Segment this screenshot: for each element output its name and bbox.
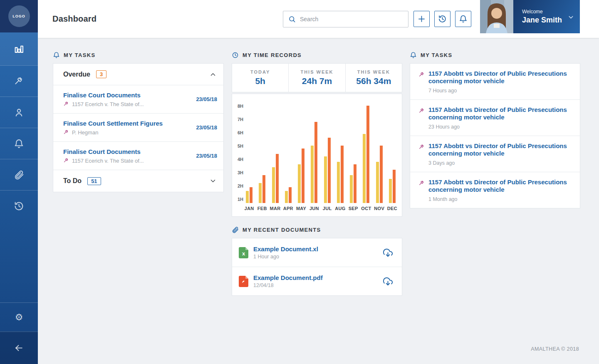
document-row[interactable]: Example Document.pdf 12/04/18	[232, 267, 402, 295]
task-notification-row[interactable]: 1157 Abobtt vs Director of Public Presec…	[410, 64, 580, 99]
recent-documents-section-header: MY RECENT DOCUMENTS	[232, 226, 402, 233]
doc-info: Example Document.xl 1 Hour ago	[253, 245, 318, 260]
rtask-body: 1157 Abobtt vs Director of Public Presec…	[428, 106, 572, 130]
task-case: 1157 Ecerich v. The State of...	[63, 158, 196, 164]
series-yellow-bar	[246, 191, 249, 203]
task-title[interactable]: 1157 Abobtt vs Director of Public Presec…	[428, 106, 572, 121]
download-button[interactable]	[383, 248, 393, 258]
user-icon	[14, 107, 24, 118]
series-yellow-bar	[285, 191, 288, 203]
y-tick-label: 4H	[232, 157, 243, 162]
stat-value: 24h 7m	[302, 76, 332, 86]
task-case: P. Hegman	[63, 129, 196, 136]
bell-icon	[459, 15, 468, 23]
stat-label: THIS WEEK	[357, 69, 390, 74]
todo-label: To Do	[63, 177, 82, 185]
task-notification-row[interactable]: 1157 Abobtt vs Director of Public Presec…	[410, 172, 580, 208]
bar-group-nov: NOV	[376, 94, 383, 203]
task-title[interactable]: 1157 Abobtt vs Director of Public Presec…	[428, 178, 572, 193]
sidebar-item-documents[interactable]	[0, 159, 38, 190]
document-meta: 1 Hour ago	[253, 254, 318, 260]
todo-accordion-header[interactable]: To Do 51	[53, 170, 223, 192]
series-yellow-bar	[363, 134, 366, 203]
task-title[interactable]: Finalise Court Documents	[63, 148, 196, 155]
chevron-down-icon[interactable]	[209, 177, 217, 185]
pdf-file-icon	[239, 276, 248, 287]
gavel-icon	[63, 158, 69, 163]
document-row[interactable]: x Example Document.xl 1 Hour ago	[232, 238, 402, 267]
x-tick-label: MAR	[270, 206, 281, 211]
rtask-body: 1157 Abobtt vs Director of Public Presec…	[428, 70, 572, 94]
y-tick-label: 8H	[232, 104, 243, 109]
history-icon	[438, 15, 447, 23]
section-title: MY TASKS	[421, 52, 452, 58]
main-area: Dashboard	[38, 0, 599, 364]
overdue-accordion-header[interactable]: Overdue 3	[53, 64, 223, 85]
task-notification-row[interactable]: 1157 Abobtt vs Director of Public Presec…	[410, 99, 580, 136]
gavel-icon	[63, 101, 69, 107]
sidebar-item-settings[interactable]: ⚙	[0, 302, 38, 332]
task-title[interactable]: 1157 Abobtt vs Director of Public Presec…	[428, 142, 572, 157]
series-orange-bar	[302, 149, 304, 203]
bar-group-jan: JAN	[246, 94, 252, 203]
bar-group-jun: JUN	[311, 94, 317, 203]
task-title[interactable]: 1157 Abobtt vs Director of Public Presec…	[428, 70, 572, 85]
my-tasks-column: MY TASKS Overdue 3 Finalise Court Docume…	[53, 51, 224, 296]
task-row[interactable]: Finalise Court Documents 1157 Ecerich v.…	[53, 141, 223, 170]
time-records-column: MY TIME RECORDS TODAY 5h THIS WEEK 24h 7…	[232, 51, 402, 296]
task-title[interactable]: Finalise Court Settlement Figures	[63, 120, 196, 127]
recent-documents-panel: x Example Document.xl 1 Hour ago	[232, 238, 402, 296]
x-tick-label: JAN	[245, 206, 254, 211]
bar-chart-icon	[14, 44, 24, 54]
task-title[interactable]: Finalise Court Documents	[63, 92, 196, 99]
arrow-left-icon	[14, 343, 24, 353]
task-row[interactable]: Finalise Court Settlement Figures P. Heg…	[53, 113, 223, 141]
task-timestamp: 3 Days ago	[428, 160, 572, 166]
bell-icon	[53, 52, 60, 59]
rtask-body: 1157 Abobtt vs Director of Public Presec…	[428, 142, 572, 166]
my-tasks-right-panel: 1157 Abobtt vs Director of Public Presec…	[410, 63, 580, 208]
download-button[interactable]	[383, 277, 393, 286]
series-yellow-bar	[324, 156, 327, 203]
time-records-chart: 1H2H3H4H5H6H7H8H JANFEBMARAPRMAYJUNJULAU…	[232, 94, 402, 217]
document-name[interactable]: Example Document.xl	[253, 245, 318, 253]
x-tick-label: DEC	[387, 206, 397, 211]
gear-icon: ⚙	[15, 313, 23, 322]
notifications-button[interactable]	[455, 11, 471, 27]
history-button[interactable]	[434, 11, 450, 27]
sidebar-collapse-button[interactable]	[0, 332, 38, 364]
series-orange-bar	[276, 154, 279, 203]
document-name[interactable]: Example Document.pdf	[253, 274, 323, 281]
sidebar-item-cases[interactable]	[0, 65, 38, 97]
task-timestamp: 23 Hours ago	[428, 124, 572, 130]
page-title: Dashboard	[52, 14, 97, 24]
add-button[interactable]	[413, 11, 430, 27]
gavel-icon	[418, 180, 425, 186]
gavel-icon	[63, 129, 69, 135]
stat-label: TODAY	[250, 69, 270, 74]
sidebar-item-dashboard[interactable]	[0, 32, 38, 65]
search-input[interactable]	[300, 16, 403, 22]
welcome-box[interactable]: Welcome Jane Smith	[513, 0, 580, 33]
series-yellow-bar	[337, 162, 340, 203]
stat-today: TODAY 5h	[232, 64, 288, 92]
series-yellow-bar	[272, 167, 275, 203]
series-orange-bar	[262, 175, 265, 203]
sidebar-item-contacts[interactable]	[0, 97, 38, 128]
task-case: 1157 Ecerich v. The State of...	[63, 101, 196, 107]
bell-icon	[410, 52, 417, 59]
gavel-icon	[418, 108, 425, 114]
user-menu[interactable]: Welcome Jane Smith	[480, 0, 580, 33]
y-tick-label: 3H	[232, 170, 243, 175]
series-orange-bar	[354, 164, 356, 203]
series-orange-bar	[366, 106, 369, 203]
task-timestamp: 7 Hours ago	[428, 88, 572, 94]
task-row[interactable]: Finalise Court Documents 1157 Ecerich v.…	[53, 85, 223, 113]
task-notification-row[interactable]: 1157 Abobtt vs Director of Public Presec…	[410, 136, 580, 172]
chevron-up-icon[interactable]	[209, 71, 217, 78]
document-meta: 12/04/18	[253, 282, 323, 288]
sidebar-item-notifications[interactable]	[0, 128, 38, 159]
sidebar-item-time-records[interactable]	[0, 190, 38, 221]
task-timestamp: 1 Month ago	[428, 196, 572, 202]
time-stats-panel: TODAY 5h THIS WEEK 24h 7m THIS WEEK 56h …	[232, 63, 402, 92]
